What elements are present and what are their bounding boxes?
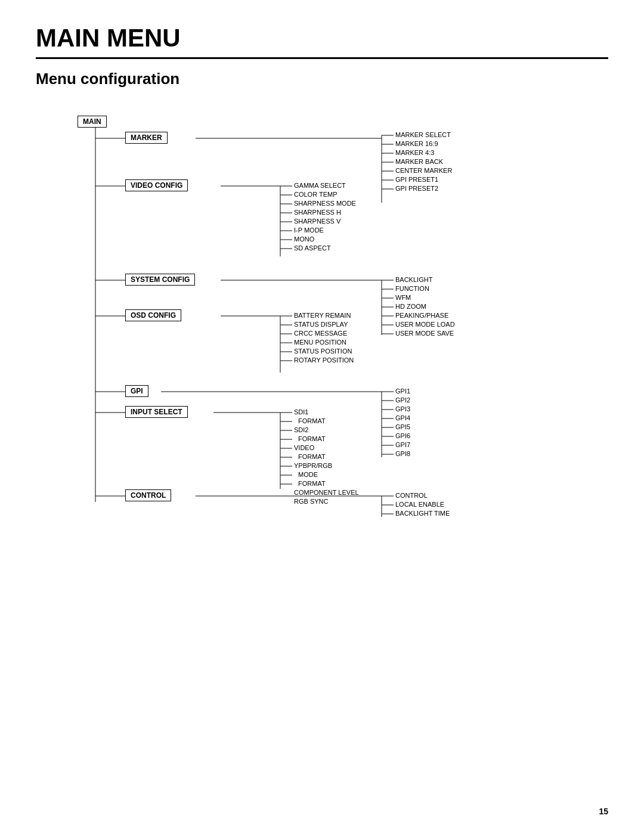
gpi-box: GPI — [125, 385, 148, 397]
input-item-7: MODE — [298, 471, 318, 478]
osd-item-2: CRCC MESSAGE — [294, 330, 347, 337]
video-item-5: I-P MODE — [294, 227, 324, 234]
ctrl-item-1: LOCAL ENABLE — [395, 501, 444, 508]
video-item-4: SHARPNESS V — [294, 218, 340, 225]
video-config-box: VIDEO CONFIG — [125, 179, 188, 191]
input-item-1: FORMAT — [298, 417, 326, 424]
gpi-item-4: GPI5 — [395, 423, 410, 430]
video-item-2: SHARPNESS MODE — [294, 200, 356, 207]
video-item-6: MONO — [294, 235, 314, 243]
osd-item-3: MENU POSITION — [294, 339, 346, 346]
marker-item-5: GPI PRESET1 — [395, 176, 438, 183]
syscfg-item-4: PEAKING/PHASE — [395, 312, 448, 319]
gpi-item-7: GPI8 — [395, 450, 410, 457]
syscfg-item-6: USER MODE SAVE — [395, 330, 454, 337]
syscfg-item-0: BACKLIGHT — [395, 276, 432, 283]
osd-config-box: OSD CONFIG — [125, 309, 181, 321]
osd-item-1: STATUS DISPLAY — [294, 321, 348, 328]
video-item-7: SD ASPECT — [294, 244, 331, 252]
gpi-item-6: GPI7 — [395, 441, 410, 448]
ctrl-item-2: BACKLIGHT TIME — [395, 510, 450, 517]
input-item-0: SDI1 — [294, 408, 308, 416]
gpi-item-5: GPI6 — [395, 432, 410, 439]
marker-item-6: GPI PRESET2 — [395, 185, 438, 192]
osd-item-0: BATTERY REMAIN — [294, 312, 351, 319]
input-item-3: FORMAT — [298, 435, 326, 442]
input-item-10: RGB SYNC — [294, 498, 328, 505]
video-item-0: GAMMA SELECT — [294, 182, 346, 189]
page-subtitle: Menu configuration — [36, 70, 608, 88]
marker-item-0: MARKER SELECT — [395, 131, 451, 138]
page-container: MAIN MENU Menu configuration — [0, 0, 644, 556]
marker-item-4: CENTER MARKER — [395, 167, 452, 174]
marker-item-2: MARKER 4:3 — [395, 149, 434, 156]
video-item-1: COLOR TEMP — [294, 191, 338, 198]
gpi-item-2: GPI3 — [395, 405, 410, 413]
gpi-item-3: GPI4 — [395, 414, 410, 421]
page-title: MAIN MENU — [36, 24, 608, 59]
gpi-item-1: GPI2 — [395, 396, 410, 404]
gpi-item-0: GPI1 — [395, 387, 410, 395]
syscfg-item-2: WFM — [395, 294, 411, 301]
marker-item-3: MARKER BACK — [395, 158, 443, 165]
osd-item-5: ROTARY POSITION — [294, 356, 354, 364]
syscfg-item-1: FUNCTION — [395, 285, 429, 292]
main-box: MAIN — [78, 116, 107, 128]
input-select-box: INPUT SELECT — [125, 406, 188, 418]
osd-item-4: STATUS POSITION — [294, 348, 352, 355]
input-item-9: COMPONENT LEVEL — [294, 489, 359, 496]
control-box: CONTROL — [125, 489, 171, 501]
input-item-6: YPBPR/RGB — [294, 462, 332, 469]
marker-item-1: MARKER 16:9 — [395, 140, 438, 147]
input-item-4: VIDEO — [294, 444, 314, 451]
menu-diagram: MAIN MARKER VIDEO CONFIG SYSTEM CONFIG O… — [48, 103, 584, 532]
marker-box: MARKER — [125, 132, 168, 144]
syscfg-item-5: USER MODE LOAD — [395, 321, 455, 328]
ctrl-item-0: CONTROL — [395, 492, 428, 499]
input-item-8: FORMAT — [298, 480, 326, 487]
input-item-5: FORMAT — [298, 453, 326, 460]
page-number: 15 — [599, 807, 608, 816]
input-item-2: SDI2 — [294, 426, 308, 433]
system-config-box: SYSTEM CONFIG — [125, 274, 195, 286]
syscfg-item-3: HD ZOOM — [395, 303, 426, 310]
video-item-3: SHARPNESS H — [294, 209, 341, 216]
